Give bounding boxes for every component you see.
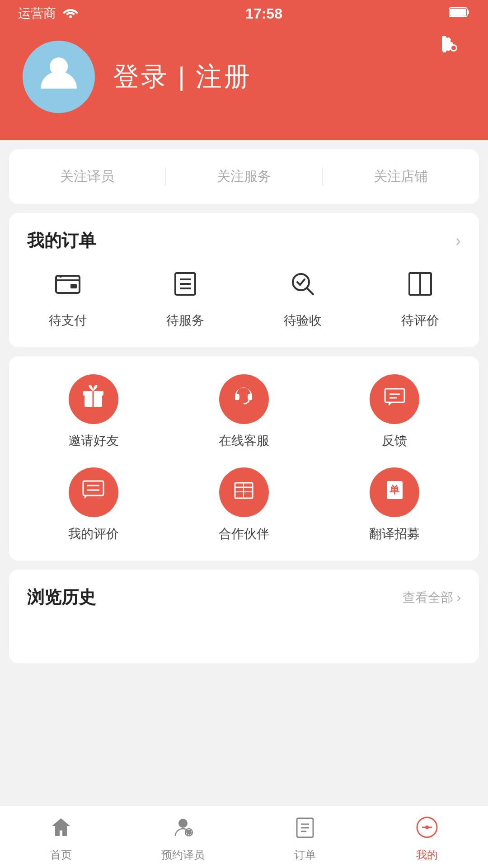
recruit-circle: 单: [370, 467, 419, 517]
order-pending-payment[interactable]: 待支付: [9, 270, 127, 329]
service-invite[interactable]: 邀请好友: [18, 374, 169, 449]
tab-bar: 首页 译 预约译员 订单: [0, 805, 488, 868]
tab-home-label: 首页: [50, 848, 72, 862]
my-review-label: 我的评价: [68, 525, 119, 542]
status-right: [449, 6, 470, 21]
follow-row: 关注译员 关注服务 关注店铺: [9, 149, 479, 204]
svg-rect-6: [70, 284, 77, 288]
follow-translator[interactable]: 关注译员: [9, 167, 165, 186]
svg-point-39: [425, 826, 429, 829]
svg-point-0: [69, 15, 72, 18]
svg-point-11: [293, 274, 309, 290]
gift-icon: [81, 384, 106, 415]
order-label-review: 待评价: [401, 312, 439, 329]
feedback-icon: [382, 384, 407, 415]
tab-home[interactable]: 首页: [0, 811, 122, 862]
status-left: 运营商: [18, 5, 79, 22]
profile-icon: [416, 816, 438, 844]
browse-header: 浏览历史 查看全部 ›: [9, 570, 479, 618]
partner-circle: [219, 467, 269, 517]
svg-text:单: 单: [389, 484, 400, 495]
orders-card: 我的订单 › 待支付: [9, 213, 479, 347]
browse-arrow-icon: ›: [457, 590, 461, 605]
list-icon: [172, 270, 199, 304]
tab-profile[interactable]: 我的: [366, 811, 488, 862]
feedback-label: 反馈: [382, 432, 407, 449]
settings-icon[interactable]: [442, 36, 465, 65]
avatar[interactable]: [23, 41, 95, 113]
service-my-review[interactable]: 我的评价: [18, 467, 169, 542]
home-icon: [50, 816, 72, 844]
orders-icon: [294, 816, 316, 844]
service-grid: 邀请好友 在线客服: [9, 356, 479, 561]
search-check-icon: [289, 270, 316, 304]
service-feedback[interactable]: 反馈: [319, 374, 470, 449]
tab-translator[interactable]: 译 预约译员: [122, 811, 244, 862]
browse-history-card: 浏览历史 查看全部 ›: [9, 570, 479, 663]
login-register-text[interactable]: 登录 | 注册: [113, 59, 252, 94]
carrier-label: 运营商: [18, 5, 56, 22]
svg-text:译: 译: [187, 830, 191, 835]
status-time: 17:58: [245, 5, 282, 22]
wallet-icon: [54, 270, 81, 304]
status-bar: 运营商 17:58: [0, 0, 488, 27]
order-pending-service[interactable]: 待服务: [127, 270, 244, 329]
follow-shop[interactable]: 关注店铺: [323, 167, 479, 186]
wifi-icon: [62, 6, 79, 21]
svg-rect-21: [83, 481, 103, 495]
support-label: 在线客服: [219, 432, 269, 449]
order-label-acceptance: 待验收: [284, 312, 322, 329]
order-label-payment: 待支付: [49, 312, 87, 329]
tab-translator-label: 预约译员: [161, 848, 205, 862]
svg-rect-2: [467, 10, 469, 14]
orders-header: 我的订单 ›: [9, 213, 479, 261]
service-card: 邀请好友 在线客服: [9, 356, 479, 561]
service-recruit[interactable]: 单 翻译招募: [319, 467, 470, 542]
svg-line-12: [307, 288, 314, 295]
browse-content: [9, 618, 479, 663]
order-pending-acceptance[interactable]: 待验收: [244, 270, 361, 329]
browse-title: 浏览历史: [27, 586, 96, 609]
feedback-circle: [370, 374, 419, 424]
tab-orders[interactable]: 订单: [244, 811, 366, 862]
order-icons-row: 待支付 待服务: [9, 261, 479, 347]
my-review-circle: [69, 467, 118, 517]
svg-rect-18: [385, 389, 404, 402]
orders-title: 我的订单: [27, 229, 96, 252]
orders-arrow[interactable]: ›: [455, 231, 461, 250]
tab-orders-label: 订单: [294, 848, 316, 862]
order-label-service: 待服务: [166, 312, 204, 329]
invite-label: 邀请好友: [68, 432, 119, 449]
svg-point-30: [178, 819, 188, 828]
translate-icon: 单: [382, 477, 407, 508]
comment-icon: [81, 477, 106, 508]
support-circle: [219, 374, 269, 424]
book-icon: [407, 270, 434, 304]
browse-view-all[interactable]: 查看全部 ›: [403, 589, 461, 606]
svg-rect-3: [450, 9, 466, 16]
service-support[interactable]: 在线客服: [169, 374, 319, 449]
battery-icon: [449, 6, 470, 21]
service-partner[interactable]: 合作伙伴: [169, 467, 319, 542]
partner-label: 合作伙伴: [219, 525, 269, 542]
headset-icon: [231, 384, 256, 415]
tab-profile-label: 我的: [416, 848, 438, 862]
header-section: 登录 | 注册: [0, 27, 488, 140]
avatar-icon: [36, 50, 81, 104]
translator-icon: 译: [172, 816, 194, 844]
follow-service[interactable]: 关注服务: [166, 167, 322, 186]
partner-icon: [231, 477, 256, 508]
invite-circle: [69, 374, 118, 424]
follow-card: 关注译员 关注服务 关注店铺: [9, 149, 479, 204]
order-pending-review[interactable]: 待评价: [361, 270, 479, 329]
recruit-label: 翻译招募: [369, 525, 420, 542]
